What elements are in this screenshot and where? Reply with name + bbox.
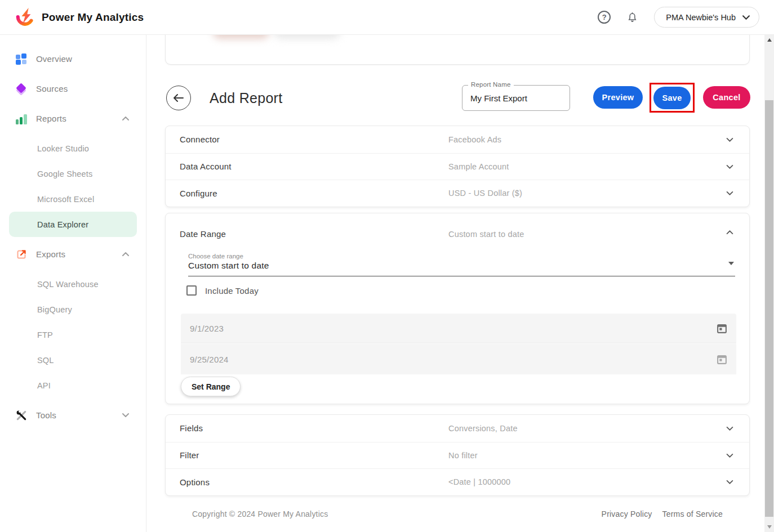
chevron-down-icon [726, 453, 733, 458]
accordion-value: Facebook Ads [448, 135, 501, 144]
report-name-label: Report Name [468, 81, 514, 88]
scroll-down-arrow[interactable] [764, 523, 774, 531]
sidebar-item-microsoft-excel[interactable]: Microsoft Excel [9, 186, 137, 212]
calendar-icon[interactable] [717, 323, 727, 334]
brand-logo-icon [15, 7, 36, 28]
accordion-value: <Date | 1000000 [448, 477, 510, 486]
start-date-value: 9/1/2023 [190, 324, 224, 333]
page-title: Add Report [210, 90, 282, 106]
date-range-select[interactable]: Choose date range Custom start to date [188, 253, 735, 276]
account-menu-label: PMA Newbie's Hub [666, 13, 736, 22]
help-icon[interactable]: ? [598, 11, 611, 24]
save-button-highlight-annotation: Save [650, 83, 695, 113]
include-today-row: Include Today [186, 285, 259, 296]
start-date-input[interactable]: 9/1/2023 [181, 314, 736, 343]
end-date-input[interactable]: 9/25/2024 [181, 344, 736, 374]
select-label: Choose date range [188, 253, 243, 260]
accordion-row-options[interactable]: Options <Date | 1000000 [166, 468, 749, 495]
scroll-up-arrow[interactable] [764, 36, 774, 44]
brand-logo[interactable]: Power My Analytics [15, 7, 144, 28]
report-name-input[interactable] [462, 86, 570, 110]
accordion-value: Custom start to date [448, 230, 524, 239]
include-today-label: Include Today [205, 286, 259, 296]
accordion-label: Filter [180, 450, 199, 460]
chevron-up-icon [122, 117, 129, 120]
chevron-down-icon [726, 426, 733, 431]
top-header: Power My Analytics ? PMA Newbie's Hub [0, 0, 774, 35]
sidebar-item-label: Sources [36, 84, 68, 93]
chevron-up-icon [122, 252, 129, 256]
sidebar-item-sql[interactable]: SQL [9, 347, 137, 373]
page-footer: Copyright © 2024 Power My Analytics Priv… [146, 496, 764, 532]
accordion-label: Connector [180, 135, 220, 144]
cancel-button[interactable]: Cancel [703, 86, 750, 109]
chevron-down-icon [122, 413, 129, 417]
app-window: Power My Analytics ? PMA Newbie's Hub [0, 0, 774, 532]
sidebar-item-label: Overview [36, 54, 72, 64]
sidebar-item-tools[interactable]: Tools [0, 400, 146, 430]
accordion-row-fields[interactable]: Fields Conversions, Date [166, 415, 749, 442]
sidebar-item-data-explorer[interactable]: Data Explorer [9, 212, 137, 237]
sidebar-item-sql-warehouse[interactable]: SQL Warehouse [9, 271, 137, 297]
sidebar-item-api[interactable]: API [9, 373, 137, 398]
accordion-label: Date Range [180, 229, 226, 239]
accordion-label: Options [180, 477, 210, 487]
sidebar-item-ftp[interactable]: FTP [9, 322, 137, 347]
arrow-left-icon [173, 93, 184, 102]
bar-chart-icon [16, 113, 27, 124]
chevron-down-icon [726, 191, 733, 195]
report-name-field: Report Name [462, 85, 570, 111]
sidebar-item-bigquery[interactable]: BigQuery [9, 297, 137, 322]
copyright-text: Copyright © 2024 Power My Analytics [192, 509, 328, 518]
brand-name: Power My Analytics [42, 11, 144, 24]
share-icon [16, 249, 27, 260]
select-caret-icon [728, 262, 734, 265]
terms-of-service-link[interactable]: Terms of Service [662, 509, 723, 518]
calendar-icon[interactable] [717, 354, 727, 365]
accordion-value: USD - US Dollar ($) [448, 189, 522, 198]
sidebar-item-sources[interactable]: Sources [0, 74, 146, 104]
chevron-down-icon [726, 137, 733, 142]
sidebar-item-label: Exports [36, 249, 65, 259]
sidebar-item-label: Reports [36, 114, 66, 123]
accordion-row-filter[interactable]: Filter No filter [166, 442, 749, 469]
sidebar-item-google-sheets[interactable]: Google Sheets [9, 161, 137, 186]
grid-icon [16, 53, 27, 65]
preview-button[interactable]: Preview [593, 86, 643, 109]
privacy-policy-link[interactable]: Privacy Policy [602, 509, 652, 518]
sidebar-item-reports[interactable]: Reports [0, 104, 146, 133]
sidebar-item-looker-studio[interactable]: Looker Studio [9, 136, 137, 161]
sidebar-item-exports[interactable]: Exports [0, 239, 146, 269]
chevron-up-icon[interactable] [726, 230, 733, 235]
diamond-icon [16, 83, 27, 95]
exports-submenu: SQL Warehouse BigQuery FTP SQL API [0, 271, 146, 398]
date-range-card: Date Range Custom start to date Choose d… [165, 213, 750, 404]
chevron-down-icon [726, 164, 733, 169]
save-button[interactable]: Save [653, 87, 691, 109]
accordion-label: Data Account [180, 162, 232, 171]
accordion-value: No filter [448, 451, 478, 460]
set-range-button[interactable]: Set Range [181, 377, 241, 396]
sidebar: Overview Sources Reports Look [0, 35, 146, 532]
chevron-down-icon [742, 15, 750, 20]
back-button[interactable] [166, 86, 191, 110]
tools-icon [16, 410, 27, 421]
accordion-label: Configure [180, 189, 217, 198]
vertical-scrollbar[interactable] [764, 35, 774, 532]
accordion-row-data-account[interactable]: Data Account Sample Account [166, 153, 749, 180]
account-menu-button[interactable]: PMA Newbie's Hub [654, 7, 759, 28]
main-content: Add Report Report Name Preview Save Canc… [146, 35, 764, 532]
select-value: Custom start to date [188, 261, 269, 271]
chevron-down-icon [726, 480, 733, 484]
sidebar-item-overview[interactable]: Overview [0, 44, 146, 74]
reports-submenu: Looker Studio Google Sheets Microsoft Ex… [0, 136, 146, 237]
end-date-value: 9/25/2024 [190, 355, 229, 364]
accordion-value: Sample Account [448, 162, 509, 171]
include-today-checkbox[interactable] [186, 285, 197, 296]
accordion-row-configure[interactable]: Configure USD - US Dollar ($) [166, 180, 749, 207]
accordion-value: Conversions, Date [448, 424, 518, 433]
bell-icon[interactable] [626, 11, 638, 24]
scrollbar-thumb[interactable] [765, 100, 773, 517]
accordion-label: Fields [180, 423, 203, 433]
accordion-row-connector[interactable]: Connector Facebook Ads [166, 126, 749, 153]
